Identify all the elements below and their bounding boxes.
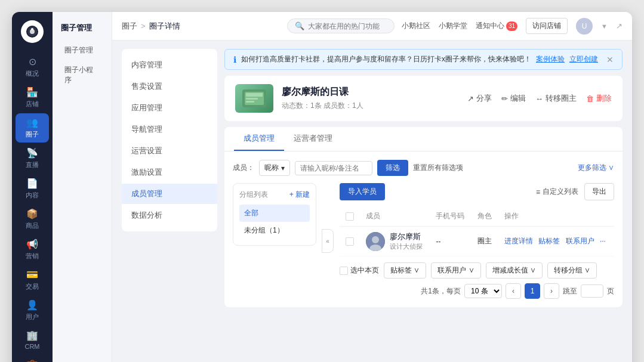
group-item-all[interactable]: 全部 (239, 205, 310, 222)
dropdown-icon[interactable]: ▼ (601, 23, 608, 30)
row-checkbox[interactable] (346, 237, 354, 246)
sidebar-item-marketing[interactable]: 📢 营销 (16, 235, 49, 264)
bottom-actions: 选中本页 贴标签 ∨ 联系用户 ∨ 增减成长值 ∨ 转移分组 ∨ 共1条，每页 (340, 262, 614, 299)
search-input[interactable] (308, 22, 380, 30)
op-more[interactable]: ··· (600, 237, 606, 245)
nav-operation[interactable]: 运营设置 (122, 141, 217, 161)
nav-academy[interactable]: 小鹅学堂 (439, 21, 467, 31)
bottom-select-checkbox[interactable] (340, 267, 348, 275)
filter-nickname-select[interactable]: 昵称 ▾ (259, 160, 290, 176)
circle-actions: ↗ 分享 ✏ 编辑 ↔ 转移圈主 🗑 删除 (467, 93, 612, 104)
topbar-nav: 小鹅社区 小鹅学堂 通知中心 31 访问店铺 U ▼ ↗ (402, 18, 623, 35)
delete-action[interactable]: 🗑 删除 (586, 93, 612, 104)
left-nav-panel: 内容管理 售卖设置 应用管理 导航管理 运营设置 激励设置 成员管理 数据分析 (122, 49, 217, 231)
export-button[interactable]: 导出 (584, 183, 614, 200)
jump-unit: 页 (607, 286, 614, 296)
nav-member-mgr[interactable]: 成员管理 (122, 184, 217, 204)
prev-page-button[interactable]: ‹ (506, 283, 521, 299)
content-icon: 📄 (26, 178, 38, 189)
data-table: 成员 手机号码 角色 操作 (340, 206, 614, 256)
tab-operator[interactable]: 运营者管理 (284, 127, 342, 151)
custom-column-button[interactable]: ≡ 自定义列表 (536, 187, 578, 197)
circle-thumbnail (235, 84, 273, 113)
member-name: 廖尔摩斯 (390, 231, 423, 242)
main-content-row: 分组列表 + 新建 全部 未分组（1） « (233, 183, 614, 299)
group-item-unclassified[interactable]: 未分组（1） (239, 222, 310, 239)
nav-app-mgr[interactable]: 应用管理 (122, 98, 217, 118)
per-page-select[interactable]: 10 条 20 条 (464, 284, 502, 298)
user-icon: 👤 (26, 299, 38, 311)
op-tag[interactable]: 贴标签 (538, 237, 560, 245)
alert-case-link[interactable]: 案例体验 (536, 54, 565, 64)
sidebar-item-crm[interactable]: 🏢 CRM (16, 326, 49, 354)
batch-contact-button[interactable]: 联系用户 ∨ (431, 262, 480, 279)
visit-store-button[interactable]: 访问店铺 (526, 18, 568, 34)
collapse-button[interactable]: « (322, 229, 334, 253)
member-ops: 进度详情 贴标签 联系用户 ··· (498, 227, 614, 256)
tab-member[interactable]: 成员管理 (234, 127, 284, 151)
alert-create-link[interactable]: 立即创建 (569, 54, 598, 64)
goods-icon: 📦 (26, 208, 38, 219)
pagination: 共1条，每页 10 条 20 条 ‹ 1 › 跳至 (421, 283, 614, 299)
sidebar2-item-miniapp[interactable]: 圈子小程序 (56, 60, 108, 90)
sidebar-item-live[interactable]: 📡 直播 (16, 144, 49, 173)
filter-button[interactable]: 筛选 (377, 160, 408, 176)
list-icon: ≡ (536, 188, 540, 196)
sidebar-item-content[interactable]: 📄 内容 (16, 174, 49, 203)
sidebar-item-store[interactable]: 🏪 店铺 (16, 83, 49, 112)
filter-member-label: 成员： (233, 163, 254, 173)
circle-header: 廖尔摩斯的日课 动态数：1条 成员数：1人 ↗ 分享 ✏ 编辑 (224, 76, 623, 121)
batch-transfer-button[interactable]: 转移分组 ∨ (547, 262, 597, 279)
sidebar-item-transaction[interactable]: 💳 交易 (16, 265, 49, 295)
filter-more-button[interactable]: 更多筛选 ∨ (578, 163, 614, 173)
select-all-checkbox[interactable] (346, 212, 354, 221)
nav-notification[interactable]: 通知中心 31 (476, 21, 517, 31)
nav-sales[interactable]: 售卖设置 (122, 76, 217, 97)
next-page-button[interactable]: › (544, 283, 559, 299)
transfer-action[interactable]: ↔ 转移圈主 (535, 93, 577, 104)
nav-data-analysis[interactable]: 数据分析 (122, 205, 217, 225)
op-progress[interactable]: 进度详情 (504, 237, 533, 245)
info-icon: ℹ (233, 55, 236, 64)
import-button[interactable]: 导入学员 (340, 183, 385, 200)
table-section: 导入学员 ≡ 自定义列表 导出 (340, 183, 614, 299)
crm-icon: 🏢 (26, 330, 38, 341)
sidebar-item-circle[interactable]: 👥 圈子 (16, 113, 49, 143)
member-cell: 廖尔摩斯 设计大侦探 (366, 231, 424, 251)
breadcrumb-sep: > (141, 21, 146, 30)
nav-content-mgr[interactable]: 内容管理 (122, 55, 217, 75)
overview-icon: ⊙ (29, 56, 36, 67)
op-contact[interactable]: 联系用户 (566, 237, 594, 245)
filter-input[interactable] (295, 161, 372, 175)
nav-navigation[interactable]: 导航管理 (122, 119, 217, 140)
external-link-icon[interactable]: ↗ (616, 21, 623, 30)
share-action[interactable]: ↗ 分享 (467, 93, 492, 104)
marketing-icon: 📢 (26, 239, 38, 250)
filter-reset-button[interactable]: 重置所有筛选项 (413, 163, 463, 173)
nav-community[interactable]: 小鹅社区 (402, 21, 430, 31)
sidebar-item-enterprise[interactable]: 💼 企微 (16, 355, 49, 362)
current-page-button[interactable]: 1 (525, 283, 540, 299)
edit-action[interactable]: ✏ 编辑 (501, 93, 526, 104)
svg-rect-6 (246, 93, 263, 97)
avatar: U (576, 18, 593, 35)
batch-growth-button[interactable]: 增减成长值 ∨ (486, 262, 543, 279)
nav-incentive[interactable]: 激励设置 (122, 162, 217, 182)
sidebar2-item-manage[interactable]: 圈子管理 (56, 41, 108, 60)
member-phone: -- (430, 227, 471, 256)
member-avatar (366, 232, 385, 251)
sidebar-item-overview[interactable]: ⊙ 概况 (16, 52, 49, 82)
tabs-and-table: 成员管理 运营者管理 成员： 昵称 ▾ 筛选 (224, 127, 623, 307)
group-new-button[interactable]: + 新建 (289, 190, 310, 200)
batch-tag-button[interactable]: 贴标签 ∨ (384, 262, 426, 279)
sidebar-item-goods[interactable]: 📦 商品 (16, 205, 49, 234)
circle-stats: 动态数：1条 成员数：1人 (282, 101, 459, 111)
action-row: 导入学员 ≡ 自定义列表 导出 (340, 183, 614, 200)
jump-input[interactable] (581, 284, 603, 298)
tab-bar: 成员管理 运营者管理 (224, 127, 623, 151)
sidebar-item-user[interactable]: 👤 用户 (16, 296, 49, 325)
alert-close-button[interactable]: ✕ (606, 55, 614, 64)
topbar-search-box[interactable]: 🔍 (287, 18, 395, 33)
table-container: 成员： 昵称 ▾ 筛选 重置所有筛选项 更多筛选 ∨ (224, 151, 623, 307)
member-title: 设计大侦探 (390, 242, 423, 251)
